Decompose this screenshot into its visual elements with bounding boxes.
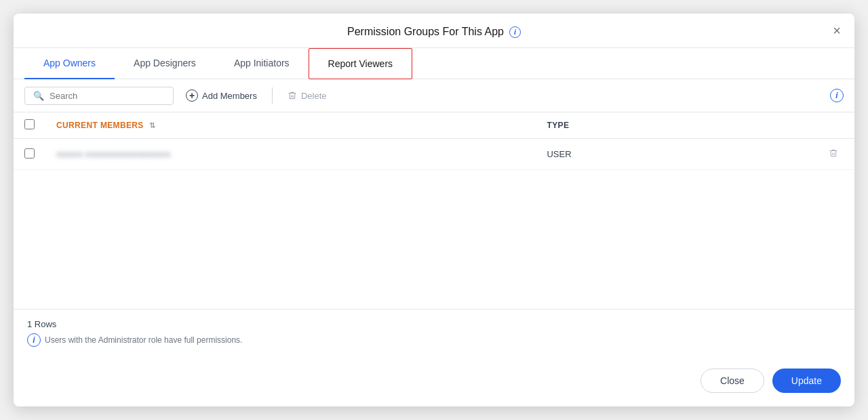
delete-icon: [288, 91, 297, 100]
toolbar-divider: [272, 87, 273, 104]
add-members-label: Add Members: [202, 91, 257, 101]
update-button[interactable]: Update: [772, 369, 841, 393]
tab-report-viewers-label: Report Viewers: [328, 58, 393, 69]
table-body: ●●●●● ●●●●●●●●●●●●●●●● USER: [14, 139, 854, 170]
members-table: CURRENT MEMBERS ⇅ TYPE ●●●●● ●●●●●●●●●●●: [14, 112, 854, 170]
footer-note: i Users with the Administrator role have…: [27, 333, 841, 347]
tab-app-initiators[interactable]: App Initiators: [215, 48, 309, 79]
header-members: CURRENT MEMBERS ⇅: [45, 112, 536, 139]
row-type-cell: USER: [536, 139, 703, 170]
select-all-checkbox[interactable]: [24, 119, 35, 129]
table-header-row: CURRENT MEMBERS ⇅ TYPE: [14, 112, 854, 139]
members-table-container: CURRENT MEMBERS ⇅ TYPE ●●●●● ●●●●●●●●●●●: [14, 112, 854, 309]
delete-button[interactable]: Delete: [282, 87, 332, 104]
col-type-label: TYPE: [547, 121, 569, 130]
title-info-icon[interactable]: i: [509, 26, 521, 38]
row-delete-button[interactable]: [823, 146, 844, 163]
row-member-cell: ●●●●● ●●●●●●●●●●●●●●●●: [45, 139, 536, 170]
tab-app-designers[interactable]: App Designers: [115, 48, 215, 79]
tab-app-owners-label: App Owners: [43, 58, 96, 68]
toolbar-right: i: [830, 89, 844, 102]
header-type: TYPE: [536, 112, 703, 139]
dialog-header: Permission Groups For This App i ×: [14, 14, 854, 48]
row-checkbox[interactable]: [24, 148, 35, 159]
search-input[interactable]: [50, 91, 165, 101]
toolbar: 🔍 + Add Members Delete i: [14, 79, 854, 112]
tab-app-initiators-label: App Initiators: [234, 58, 290, 68]
search-icon: 🔍: [33, 91, 44, 101]
footer-info-icon: i: [27, 333, 41, 347]
header-checkbox-col: [14, 112, 45, 139]
add-members-button[interactable]: + Add Members: [180, 86, 262, 105]
tab-report-viewers[interactable]: Report Viewers: [309, 48, 412, 79]
header-actions-col: [703, 112, 854, 139]
close-button[interactable]: Close: [701, 369, 764, 393]
close-dialog-button[interactable]: ×: [833, 24, 841, 37]
footer-note-text: Users with the Administrator role have f…: [45, 335, 242, 345]
dialog-title-text: Permission Groups For This App: [347, 26, 504, 38]
col-members-label: CURRENT MEMBERS: [56, 121, 144, 130]
add-members-icon: +: [186, 89, 198, 102]
delete-label: Delete: [301, 91, 327, 101]
row-checkbox-cell: [14, 139, 45, 170]
dialog-actions: Close Update: [14, 360, 854, 406]
permission-groups-dialog: Permission Groups For This App i × App O…: [14, 14, 854, 406]
member-name: ●●●●● ●●●●●●●●●●●●●●●●: [56, 149, 171, 159]
tab-bar: App Owners App Designers App Initiators …: [14, 48, 854, 79]
footer: 1 Rows i Users with the Administrator ro…: [14, 309, 854, 360]
tab-app-designers-label: App Designers: [134, 58, 196, 68]
row-delete-cell: [703, 139, 854, 170]
tab-app-owners[interactable]: App Owners: [24, 48, 115, 79]
toolbar-info-icon[interactable]: i: [830, 89, 844, 102]
rows-count: 1 Rows: [27, 319, 841, 329]
member-type: USER: [547, 149, 571, 159]
table-row: ●●●●● ●●●●●●●●●●●●●●●● USER: [14, 139, 854, 170]
dialog-title: Permission Groups For This App i: [347, 26, 521, 38]
search-box[interactable]: 🔍: [24, 87, 174, 105]
sort-icon[interactable]: ⇅: [149, 121, 155, 130]
trash-icon: [829, 148, 838, 158]
